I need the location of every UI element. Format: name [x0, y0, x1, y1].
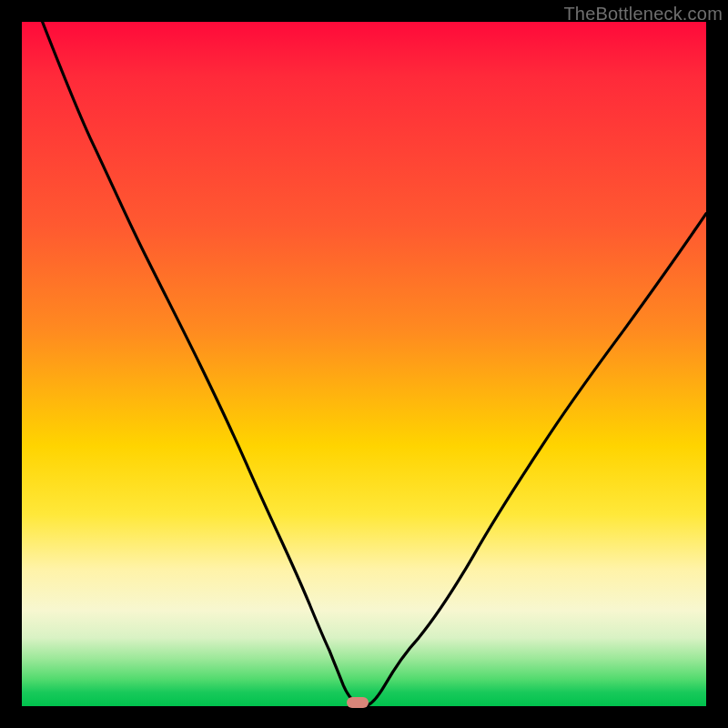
- chart-stage: TheBottleneck.com: [0, 0, 728, 728]
- plot-area: [22, 22, 706, 706]
- bottleneck-curve: [22, 22, 706, 706]
- curve-path: [43, 22, 706, 706]
- min-marker: [347, 697, 369, 708]
- watermark-text: TheBottleneck.com: [563, 4, 723, 25]
